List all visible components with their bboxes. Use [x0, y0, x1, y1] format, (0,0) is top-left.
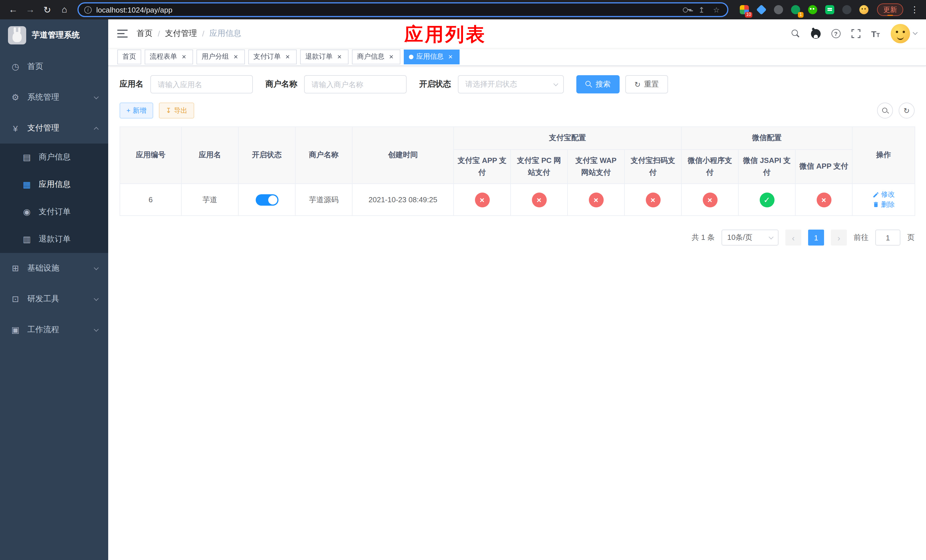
yen-icon: ¥	[10, 123, 21, 133]
sidebar-item-merchant-info[interactable]: ▤ 商户信息	[0, 144, 108, 171]
export-button[interactable]: ↧ 导出	[159, 103, 194, 118]
avatar[interactable]	[891, 24, 910, 43]
breadcrumb-home[interactable]: 首页	[137, 29, 153, 39]
sidebar-fold-icon[interactable]	[117, 30, 127, 38]
extension-gray-icon[interactable]	[773, 4, 784, 15]
reload-icon[interactable]: ↻	[40, 2, 54, 17]
page-size-select[interactable]: 10条/页	[722, 230, 779, 246]
tab-refund-order[interactable]: 退款订单 ×	[300, 49, 348, 64]
tab-label: 首页	[123, 52, 136, 62]
sidebar-item-label: 应用信息	[39, 179, 71, 190]
tab-label: 支付订单	[253, 52, 281, 62]
close-icon[interactable]: ×	[446, 53, 454, 61]
share-icon[interactable]: ↥	[696, 5, 707, 14]
help-icon[interactable]: ?	[831, 29, 840, 38]
sidebar-logo: 芋道管理系统	[0, 20, 108, 51]
pagination: 共 1 条 10条/页 ‹ 1 › 前往 页	[120, 230, 915, 246]
refresh-table-button[interactable]: ↻	[899, 103, 915, 118]
search-icon[interactable]	[791, 29, 800, 38]
extensions-area: 10 1	[738, 4, 869, 15]
reset-button[interactable]: ↻ 重置	[625, 75, 668, 94]
active-tab-dot	[409, 54, 413, 59]
sidebar-item-label: 基础设施	[27, 263, 59, 274]
sidebar-item-refund-order[interactable]: ▥ 退款订单	[0, 226, 108, 253]
cell-actions: 修改 删除	[852, 184, 915, 216]
cell-wechat-app-status: ×	[795, 184, 852, 216]
close-icon[interactable]: ×	[232, 53, 240, 61]
address-bar[interactable]: i localhost:1024/pay/app ↥ ☆	[77, 2, 728, 17]
extension-face-icon[interactable]	[858, 4, 869, 15]
edit-label: 修改	[881, 190, 895, 200]
close-icon[interactable]: ×	[387, 53, 395, 61]
status-disabled-icon: ×	[816, 192, 831, 207]
prev-page-button[interactable]: ‹	[785, 230, 801, 246]
extension-wechat-icon[interactable]	[807, 4, 818, 15]
breadcrumb-payment[interactable]: 支付管理	[165, 29, 197, 39]
page-content: 应用名 商户名称 开启状态 请选择开启状态 搜索 ↻ 重置	[108, 66, 926, 560]
sidebar-item-infrastructure[interactable]: ⊞ 基础设施	[0, 253, 108, 284]
extension-dark-icon[interactable]	[841, 4, 852, 15]
goto-unit-label: 页	[907, 233, 915, 243]
status-toggle[interactable]	[256, 194, 278, 206]
tab-pay-order[interactable]: 支付订单 ×	[248, 49, 297, 64]
password-key-icon[interactable]	[682, 6, 692, 14]
tab-app-info[interactable]: 应用信息 ×	[404, 49, 460, 64]
bookmark-star-icon[interactable]: ☆	[711, 5, 722, 14]
tab-user-group[interactable]: 用户分组 ×	[197, 49, 245, 64]
status-select[interactable]: 请选择开启状态	[458, 75, 564, 94]
status-disabled-icon: ×	[589, 192, 604, 207]
extension-green-badge-icon[interactable]: 1	[790, 4, 801, 15]
home-icon[interactable]: ⌂	[57, 2, 72, 17]
sidebar-item-home[interactable]: ◷ 首页	[0, 51, 108, 82]
cell-wechat-jsapi-status: ✓	[738, 184, 795, 216]
plus-icon: +	[126, 106, 130, 115]
tab-home[interactable]: 首页	[117, 49, 141, 64]
next-page-button[interactable]: ›	[831, 230, 847, 246]
cell-app-name: 芋道	[182, 184, 238, 216]
sidebar-item-workflow[interactable]: ▣ 工作流程	[0, 315, 108, 345]
github-icon[interactable]	[811, 29, 820, 38]
extension-note-icon[interactable]	[824, 4, 835, 15]
document-icon: ▥	[22, 234, 32, 244]
sidebar-item-devtools[interactable]: ⊡ 研发工具	[0, 284, 108, 315]
pagination-total: 共 1 条	[691, 233, 715, 243]
close-icon[interactable]: ×	[336, 53, 343, 61]
fullscreen-icon[interactable]	[851, 29, 860, 38]
page-title-annotation: 应用列表	[404, 22, 486, 48]
col-app-name: 应用名	[182, 127, 238, 184]
search-button-label: 搜索	[596, 79, 610, 89]
merchant-name-input[interactable]	[304, 75, 407, 94]
goto-page-input[interactable]	[875, 230, 900, 246]
sidebar-item-pay-order[interactable]: ◉ 支付订单	[0, 198, 108, 226]
browser-menu-icon[interactable]: ⋮	[909, 2, 920, 17]
search-button[interactable]: 搜索	[576, 75, 620, 94]
screen: ← → ↻ ⌂ i localhost:1024/pay/app ↥ ☆ 10 …	[0, 0, 926, 560]
sidebar-item-app-info[interactable]: ▦ 应用信息	[0, 171, 108, 198]
app-name-input[interactable]	[150, 75, 253, 94]
dashboard-icon: ◷	[10, 62, 21, 72]
payment-submenu: ▤ 商户信息 ▦ 应用信息 ◉ 支付订单 ▥ 退款订单	[0, 144, 108, 253]
browser-update-button[interactable]: 更新	[877, 3, 903, 16]
site-info-icon[interactable]: i	[84, 6, 92, 14]
edit-link[interactable]: 修改	[873, 190, 895, 200]
close-icon[interactable]: ×	[180, 53, 188, 61]
extension-colorful-icon[interactable]: 10	[738, 4, 749, 15]
toggle-search-button[interactable]	[877, 103, 893, 118]
tab-process-form[interactable]: 流程表单 ×	[145, 49, 193, 64]
forward-icon[interactable]: →	[23, 2, 38, 17]
extension-blue-icon[interactable]	[756, 4, 767, 15]
user-menu[interactable]	[891, 24, 917, 43]
extension-badge: 10	[745, 12, 752, 17]
tab-merchant-info[interactable]: 商户信息 ×	[352, 49, 400, 64]
sidebar-item-label: 研发工具	[27, 294, 59, 304]
add-button[interactable]: + 新增	[120, 103, 153, 118]
close-icon[interactable]: ×	[284, 53, 292, 61]
page-number-button[interactable]: 1	[808, 230, 824, 246]
url-text[interactable]: localhost:1024/pay/app	[96, 5, 678, 14]
font-size-icon[interactable]: TT	[871, 29, 880, 38]
sidebar-item-payment[interactable]: ¥ 支付管理	[0, 113, 108, 144]
delete-link[interactable]: 删除	[873, 200, 895, 210]
sidebar-item-system[interactable]: ⚙ 系统管理	[0, 82, 108, 113]
back-icon[interactable]: ←	[6, 2, 21, 17]
col-wechat-mini: 微信小程序支付	[681, 150, 738, 184]
